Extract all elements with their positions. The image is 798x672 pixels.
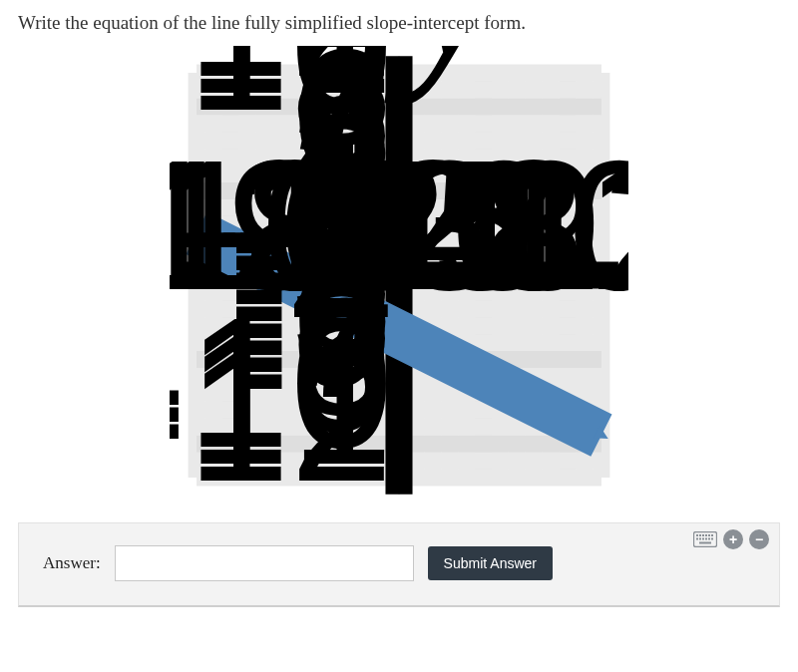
remove-part-button[interactable]: −	[749, 529, 769, 549]
svg-rect-98	[699, 534, 701, 536]
svg-rect-100	[705, 534, 707, 536]
chart-container: -12 -11 -10 -9 -8 -7 -6 -5 -4 -3 -2 -1 1…	[0, 42, 798, 514]
keyboard-icon[interactable]	[693, 531, 717, 547]
svg-rect-101	[708, 534, 710, 536]
svg-text:12: 12	[187, 46, 393, 115]
svg-rect-97	[696, 534, 698, 536]
svg-rect-104	[699, 538, 701, 540]
coordinate-graph: -12 -11 -10 -9 -8 -7 -6 -5 -4 -3 -2 -1 1…	[170, 46, 628, 504]
svg-rect-107	[708, 538, 710, 540]
svg-rect-109	[699, 542, 711, 544]
svg-rect-108	[711, 538, 713, 540]
svg-rect-99	[702, 534, 704, 536]
svg-rect-105	[702, 538, 704, 540]
svg-rect-102	[711, 534, 713, 536]
question-prompt: Write the equation of the line fully sim…	[0, 0, 798, 42]
answer-panel: + − Answer: Submit Answer	[18, 522, 780, 607]
svg-rect-106	[705, 538, 707, 540]
answer-label: Answer:	[43, 553, 101, 573]
add-part-button[interactable]: +	[723, 529, 743, 549]
answer-input[interactable]	[115, 545, 414, 581]
svg-rect-103	[696, 538, 698, 540]
svg-text:12: 12	[498, 122, 628, 328]
submit-button[interactable]: Submit Answer	[428, 546, 553, 580]
